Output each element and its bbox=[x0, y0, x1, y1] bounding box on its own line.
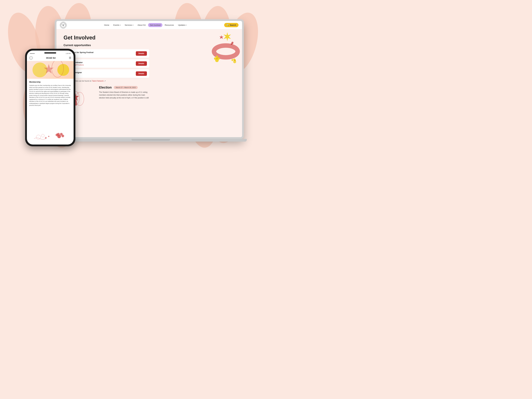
nav-events[interactable]: Events ▾ bbox=[112, 23, 122, 27]
nav-home[interactable]: Home bbox=[102, 23, 111, 27]
site-logo[interactable]: OCAD STUDENT UNION bbox=[60, 22, 66, 28]
current-opportunities-title: Current opportunities bbox=[63, 44, 149, 47]
svg-marker-6 bbox=[231, 41, 234, 44]
svg-point-33 bbox=[62, 135, 64, 137]
phone-screen: ●●●●●● 1:20 PM OCAD SU ☰ bbox=[27, 51, 74, 145]
phone-nav: OCAD SU ☰ bbox=[27, 55, 74, 61]
election-description: The Student Union Board of Directors is … bbox=[99, 91, 149, 100]
election-content: Election March 27 – March 30, 2023 The S… bbox=[99, 86, 149, 100]
phone-body: ●●●●●● 1:20 PM OCAD SU ☰ bbox=[25, 49, 75, 146]
election-title: Election March 27 – March 30, 2023 bbox=[99, 86, 149, 89]
phone-hero bbox=[27, 61, 74, 79]
phone-membership-title: Membership bbox=[29, 81, 71, 83]
external-link-icon: ↗ bbox=[104, 80, 106, 82]
laptop-device: OCAD STUDENT UNION Home Events ▾ bbox=[55, 19, 247, 146]
events-chevron-icon: ▾ bbox=[120, 24, 120, 26]
laptop-body: OCAD STUDENT UNION Home Events ▾ bbox=[55, 19, 244, 139]
nav-services[interactable]: Services ▾ bbox=[123, 23, 135, 27]
svg-text:OCAD STUDENT: OCAD STUDENT bbox=[61, 24, 65, 24]
svg-point-25 bbox=[52, 61, 63, 77]
content-left: Current opportunities Bartenders for Spr… bbox=[63, 44, 149, 110]
phone-footer-deco bbox=[27, 130, 74, 142]
nav-links: Home Events ▾ Services ▾ About SU Get in bbox=[68, 23, 223, 27]
phone-notch bbox=[44, 52, 56, 53]
svg-point-34 bbox=[45, 137, 47, 139]
page-title: Get Involved bbox=[63, 35, 235, 41]
nav-bar: OCAD STUDENT UNION Home Events ▾ bbox=[57, 21, 242, 29]
laptop-hinge bbox=[132, 139, 170, 141]
content-wrapper: Current opportunities Bartenders for Spr… bbox=[63, 44, 235, 110]
opportunity-card-1: Bartenders for Spring Festival Contract … bbox=[63, 49, 149, 58]
details-button-2[interactable]: Details bbox=[136, 61, 147, 66]
search-button[interactable]: 🔍 Search bbox=[224, 23, 239, 27]
svg-point-24 bbox=[32, 63, 47, 77]
phone-hero-illustration bbox=[27, 61, 74, 79]
laptop-screen: OCAD STUDENT UNION Home Events ▾ bbox=[57, 21, 242, 137]
nav-updates[interactable]: Updates ▾ bbox=[176, 23, 188, 27]
updates-chevron-icon: ▾ bbox=[186, 24, 186, 26]
phone-membership-body: Students pay into their membership via A… bbox=[29, 84, 71, 107]
svg-point-28 bbox=[41, 134, 44, 137]
svg-point-35 bbox=[48, 136, 49, 137]
election-date-badge: March 27 – March 30, 2023 bbox=[114, 86, 138, 89]
talent-link-container: More opportunities can be found on Talen… bbox=[63, 80, 149, 82]
services-chevron-icon: ▾ bbox=[133, 24, 133, 26]
laptop-base bbox=[55, 139, 247, 142]
nav-get-involved[interactable]: Get involved bbox=[148, 23, 162, 27]
nav-about-su[interactable]: About SU bbox=[136, 23, 148, 27]
phone-menu-icon[interactable]: ☰ bbox=[69, 56, 71, 60]
details-button-3[interactable]: Details bbox=[136, 71, 147, 76]
phone-time: 1:20 PM bbox=[66, 53, 71, 54]
details-button-1[interactable]: Details bbox=[136, 51, 147, 56]
svg-point-23 bbox=[30, 57, 32, 59]
phone-footer-illustration bbox=[30, 130, 71, 142]
election-section: Election March 27 – March 30, 2023 The S… bbox=[63, 86, 149, 110]
main-content: Get Involved Current opportunities Barte… bbox=[57, 29, 242, 137]
phone-signal-icon: ●●●●●● bbox=[30, 53, 35, 54]
nav-resources[interactable]: Resources bbox=[163, 23, 176, 27]
opportunity-card-3: Graphic Designer Contract Details bbox=[63, 69, 149, 78]
talent-network-link[interactable]: Talent Network bbox=[92, 80, 104, 82]
svg-point-31 bbox=[57, 133, 60, 135]
opportunity-card-2: Event Coordinator Part-Time Staff Positi… bbox=[63, 59, 149, 68]
phone-device: ●●●●●● 1:20 PM OCAD SU ☰ bbox=[25, 49, 75, 146]
phone-site-name: OCAD SU bbox=[46, 57, 56, 59]
search-icon: 🔍 bbox=[227, 24, 229, 26]
phone-logo[interactable] bbox=[29, 56, 33, 60]
